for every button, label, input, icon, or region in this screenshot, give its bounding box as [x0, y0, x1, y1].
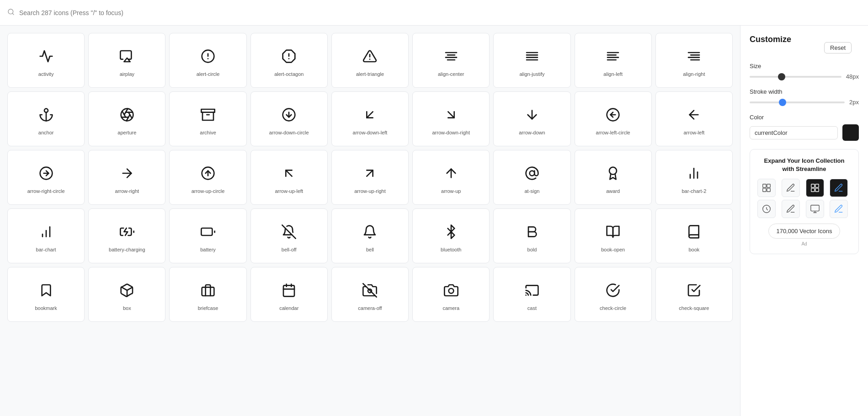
icon-cell-bar-chart-2[interactable]: bar-chart-2 — [655, 150, 733, 205]
icon-cell-alert-circle[interactable]: alert-circle — [169, 33, 246, 88]
icon-cell-arrow-left-circle[interactable]: arrow-left-circle — [575, 91, 652, 146]
sidebar-title: Customize — [750, 35, 791, 44]
arrow-up-circle-icon — [199, 164, 217, 182]
icon-cell-check-circle[interactable]: check-circle — [575, 267, 652, 322]
icon-label-book: book — [688, 246, 699, 253]
arrow-right-icon — [118, 164, 136, 182]
check-circle-icon — [604, 281, 622, 299]
icon-cell-arrow-down-left[interactable]: arrow-down-left — [331, 91, 409, 146]
box-icon — [118, 281, 136, 299]
streamline-button[interactable]: 170,000 Vector Icons — [768, 224, 840, 239]
size-control: Size 48px — [750, 63, 859, 80]
svg-rect-77 — [767, 184, 770, 187]
icon-cell-book[interactable]: book — [655, 208, 733, 263]
icon-cell-camera[interactable]: camera — [412, 267, 490, 322]
color-row — [750, 124, 859, 141]
icon-label-cast: cast — [527, 305, 537, 311]
color-swatch[interactable] — [842, 124, 859, 141]
icon-cell-arrow-up-right[interactable]: arrow-up-right — [331, 150, 409, 205]
svg-line-40 — [367, 112, 373, 117]
icon-label-arrow-down-right: arrow-down-right — [432, 129, 470, 136]
svg-rect-82 — [811, 188, 814, 192]
ad-icon-2 — [782, 179, 800, 197]
icon-cell-cast[interactable]: cast — [493, 267, 570, 322]
ad-icon-8 — [830, 200, 848, 218]
icon-cell-bookmark[interactable]: bookmark — [7, 267, 85, 322]
check-square-icon — [685, 281, 703, 299]
icon-cell-bold[interactable]: bold — [493, 208, 570, 263]
icon-label-arrow-up-right: arrow-up-right — [354, 188, 385, 194]
icon-cell-airplay[interactable]: airplay — [88, 33, 165, 88]
icon-cell-box[interactable]: box — [88, 267, 165, 322]
arrow-down-icon — [523, 106, 541, 124]
icon-cell-battery-charging[interactable]: battery-charging — [88, 208, 165, 263]
icon-cell-align-center[interactable]: align-center — [412, 33, 490, 88]
icon-label-align-left: align-left — [603, 71, 623, 77]
bookmark-icon — [37, 281, 55, 299]
arrow-up-left-icon — [280, 164, 298, 182]
icon-cell-calendar[interactable]: calendar — [250, 267, 328, 322]
icon-cell-briefcase[interactable]: briefcase — [169, 267, 246, 322]
icon-cell-at-sign[interactable]: at-sign — [493, 150, 570, 205]
ad-title: Expand Your Icon Collection with Streaml… — [757, 157, 851, 173]
size-slider[interactable] — [750, 76, 841, 78]
icon-cell-align-left[interactable]: align-left — [575, 33, 652, 88]
icon-cell-aperture[interactable]: aperture — [88, 91, 165, 146]
icon-label-arrow-left-circle: arrow-left-circle — [596, 129, 630, 136]
icon-cell-anchor[interactable]: anchor — [7, 91, 85, 146]
icon-cell-check-square[interactable]: check-square — [655, 267, 733, 322]
icon-cell-arrow-down-right[interactable]: arrow-down-right — [412, 91, 490, 146]
icon-cell-bell[interactable]: bell — [331, 208, 409, 263]
icon-cell-align-justify[interactable]: align-justify — [493, 33, 570, 88]
icon-cell-arrow-up[interactable]: arrow-up — [412, 150, 490, 205]
svg-point-74 — [448, 288, 453, 293]
icon-cell-camera-off[interactable]: camera-off — [331, 267, 409, 322]
align-right-icon — [685, 47, 703, 65]
icon-cell-align-right[interactable]: align-right — [655, 33, 733, 88]
bluetooth-icon — [442, 223, 460, 241]
color-input[interactable] — [750, 126, 838, 139]
icon-cell-book-open[interactable]: book-open — [575, 208, 652, 263]
ad-icon-4 — [830, 179, 848, 197]
search-input[interactable] — [19, 9, 861, 16]
main-layout: activity airplay alert-circle alert-octa… — [0, 26, 868, 416]
alert-circle-icon — [199, 47, 217, 65]
icon-cell-bell-off[interactable]: bell-off — [250, 208, 328, 263]
icon-cell-alert-octagon[interactable]: alert-octagon — [250, 33, 328, 88]
reset-button[interactable]: Reset — [824, 42, 852, 53]
align-center-icon — [442, 47, 460, 65]
ad-icon-5 — [757, 200, 776, 218]
icon-cell-battery[interactable]: battery — [169, 208, 246, 263]
battery-icon — [199, 223, 217, 241]
icon-cell-arrow-right-circle[interactable]: arrow-right-circle — [7, 150, 85, 205]
icon-label-bookmark: bookmark — [35, 305, 57, 311]
size-row: 48px — [750, 73, 859, 80]
icon-label-alert-circle: alert-circle — [197, 71, 220, 77]
icon-cell-alert-triangle[interactable]: alert-triangle — [331, 33, 409, 88]
arrow-left-icon — [685, 106, 703, 124]
icon-cell-bluetooth[interactable]: bluetooth — [412, 208, 490, 263]
icon-cell-arrow-up-left[interactable]: arrow-up-left — [250, 150, 328, 205]
stroke-value: 2px — [849, 99, 859, 106]
icon-cell-bar-chart[interactable]: bar-chart — [7, 208, 85, 263]
icon-cell-archive[interactable]: archive — [169, 91, 246, 146]
icon-label-arrow-right-circle: arrow-right-circle — [27, 188, 65, 194]
icon-label-calendar: calendar — [279, 305, 298, 311]
stroke-slider[interactable] — [750, 101, 845, 103]
icon-cell-arrow-up-circle[interactable]: arrow-up-circle — [169, 150, 246, 205]
svg-rect-36 — [201, 109, 214, 112]
icon-label-align-center: align-center — [438, 71, 464, 77]
icon-cell-arrow-down[interactable]: arrow-down — [493, 91, 570, 146]
arrow-right-circle-icon — [37, 164, 55, 182]
arrow-left-circle-icon — [604, 106, 622, 124]
icon-cell-activity[interactable]: activity — [7, 33, 85, 88]
size-label: Size — [750, 63, 859, 69]
color-label: Color — [750, 114, 859, 121]
svg-line-52 — [367, 170, 373, 176]
bar-chart-2-icon — [685, 164, 703, 182]
icon-cell-arrow-left[interactable]: arrow-left — [655, 91, 733, 146]
icon-cell-arrow-down-circle[interactable]: arrow-down-circle — [250, 91, 328, 146]
icon-cell-arrow-right[interactable]: arrow-right — [88, 150, 165, 205]
svg-rect-78 — [763, 188, 766, 192]
icon-cell-award[interactable]: award — [575, 150, 652, 205]
